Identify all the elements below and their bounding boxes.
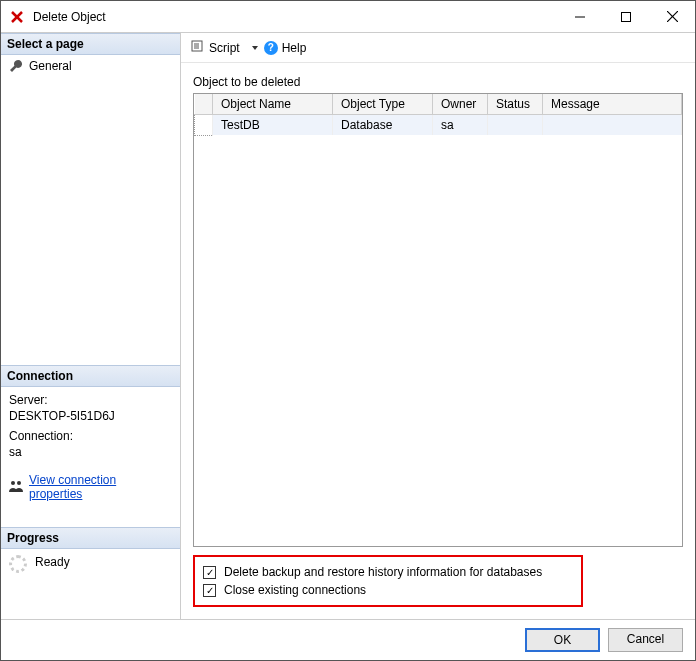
checkbox-icon: ✓ xyxy=(203,584,216,597)
connection-label: Connection: xyxy=(9,429,172,443)
view-connection-properties-link[interactable]: View connection properties xyxy=(29,473,172,501)
server-label: Server: xyxy=(9,393,172,407)
sidebar: Select a page General Connection Server:… xyxy=(1,33,181,619)
ok-button[interactable]: OK xyxy=(525,628,600,652)
svg-point-6 xyxy=(11,481,15,485)
window-controls xyxy=(557,2,695,32)
checkbox-delete-backup-history[interactable]: ✓ Delete backup and restore history info… xyxy=(203,563,573,581)
checkbox-label: Delete backup and restore history inform… xyxy=(224,565,542,579)
help-button[interactable]: ? Help xyxy=(264,41,307,55)
help-label: Help xyxy=(282,41,307,55)
sidebar-item-label: General xyxy=(29,59,72,73)
cell-status xyxy=(488,115,543,136)
cell-object-type: Database xyxy=(333,115,433,136)
col-object-name[interactable]: Object Name xyxy=(213,94,333,115)
maximize-button[interactable] xyxy=(603,2,649,32)
delete-icon xyxy=(9,9,25,25)
table-row[interactable]: TestDB Database sa xyxy=(195,115,682,136)
progress-header: Progress xyxy=(1,527,180,549)
script-icon xyxy=(191,39,205,56)
dialog-footer: OK Cancel xyxy=(1,619,695,660)
sidebar-item-general[interactable]: General xyxy=(1,55,180,77)
content-area: Object to be deleted Object Name Object … xyxy=(181,63,695,619)
objects-grid[interactable]: Object Name Object Type Owner Status Mes… xyxy=(193,93,683,547)
script-button[interactable]: Script xyxy=(191,39,258,56)
connection-block: Server: DESKTOP-5I51D6J Connection: sa xyxy=(1,387,180,467)
checkbox-icon: ✓ xyxy=(203,566,216,579)
col-status[interactable]: Status xyxy=(488,94,543,115)
people-icon xyxy=(9,480,23,495)
chevron-down-icon xyxy=(252,46,258,50)
connection-header: Connection xyxy=(1,365,180,387)
row-indicator-icon xyxy=(195,115,213,136)
window-title: Delete Object xyxy=(33,10,557,24)
col-owner[interactable]: Owner xyxy=(433,94,488,115)
svg-rect-3 xyxy=(622,12,631,21)
col-message[interactable]: Message xyxy=(543,94,682,115)
select-page-header: Select a page xyxy=(1,33,180,55)
help-icon: ? xyxy=(264,41,278,55)
cancel-button[interactable]: Cancel xyxy=(608,628,683,652)
progress-spinner-icon xyxy=(9,555,27,573)
wrench-icon xyxy=(9,59,23,73)
titlebar: Delete Object xyxy=(1,1,695,33)
progress-status: Ready xyxy=(35,555,70,569)
cell-owner: sa xyxy=(433,115,488,136)
cell-object-name: TestDB xyxy=(213,115,333,136)
delete-object-dialog: Delete Object Select a page General xyxy=(0,0,696,661)
connection-value: sa xyxy=(9,445,172,459)
col-object-type[interactable]: Object Type xyxy=(333,94,433,115)
objects-group-label: Object to be deleted xyxy=(193,75,683,89)
svg-point-7 xyxy=(17,481,21,485)
view-connection-properties-row: View connection properties xyxy=(1,467,180,507)
checkbox-label: Close existing connections xyxy=(224,583,366,597)
main-panel: Script ? Help Object to be deleted xyxy=(181,33,695,619)
server-value: DESKTOP-5I51D6J xyxy=(9,409,172,423)
minimize-button[interactable] xyxy=(557,2,603,32)
cell-message xyxy=(543,115,682,136)
toolbar: Script ? Help xyxy=(181,33,695,63)
script-label: Script xyxy=(209,41,240,55)
options-area: ✓ Delete backup and restore history info… xyxy=(193,555,583,607)
progress-block: Ready xyxy=(1,549,180,579)
checkbox-close-connections[interactable]: ✓ Close existing connections xyxy=(203,581,573,599)
close-button[interactable] xyxy=(649,2,695,32)
